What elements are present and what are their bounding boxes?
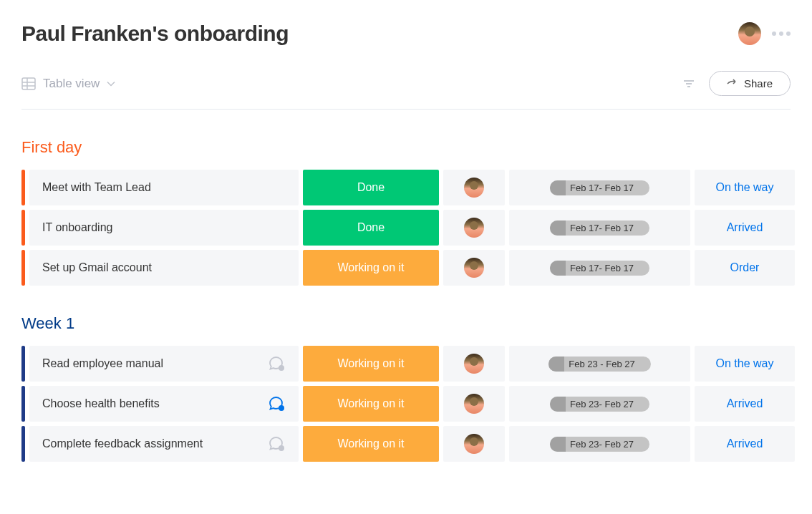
- table-icon: [21, 77, 36, 90]
- date-cell[interactable]: Feb 17- Feb 17: [509, 210, 690, 246]
- page-header: Paul Franken's onboarding: [21, 21, 791, 46]
- group-first-day: First day Meet with Team Lead Done Feb 1…: [21, 138, 791, 286]
- chevron-down-icon: [107, 81, 115, 87]
- task-name: Meet with Team Lead: [42, 181, 151, 194]
- date-pill: Feb 17- Feb 17: [550, 180, 649, 195]
- group-color-bar: [21, 250, 25, 286]
- person-cell[interactable]: [443, 210, 505, 246]
- group-title[interactable]: Week 1: [21, 314, 791, 333]
- table-row: Set up Gmail account Working on it Feb 1…: [21, 250, 791, 286]
- task-name: Choose health benefits: [42, 397, 160, 410]
- action-cell[interactable]: Arrived: [695, 386, 795, 422]
- action-label: Arrived: [727, 221, 763, 234]
- date-range: Feb 17- Feb 17: [570, 223, 634, 233]
- task-cell[interactable]: Meet with Team Lead: [29, 170, 299, 205]
- group-color-bar: [21, 210, 25, 246]
- status-cell[interactable]: Working on it: [303, 426, 439, 462]
- action-cell[interactable]: On the way: [695, 346, 795, 382]
- person-cell[interactable]: [443, 346, 505, 382]
- task-cell[interactable]: Read employee manual: [29, 346, 299, 382]
- action-label: Order: [730, 261, 760, 274]
- person-cell[interactable]: [443, 250, 505, 286]
- status-label: Done: [357, 181, 385, 194]
- date-pill: Feb 23- Feb 27: [550, 397, 649, 412]
- date-cell[interactable]: Feb 23- Feb 27: [509, 426, 690, 462]
- assignee-avatar[interactable]: [464, 434, 484, 454]
- person-cell[interactable]: [443, 386, 505, 422]
- status-cell[interactable]: Working on it: [303, 386, 439, 422]
- user-avatar[interactable]: [738, 22, 761, 45]
- date-cell[interactable]: Feb 17- Feb 17: [509, 170, 690, 205]
- chat-icon[interactable]: [267, 435, 286, 453]
- group-color-bar: [21, 426, 25, 462]
- task-cell[interactable]: Complete feedback assignment: [29, 426, 299, 462]
- header-actions: [738, 22, 791, 45]
- share-button[interactable]: Share: [709, 71, 791, 96]
- toolbar-right: Share: [683, 71, 791, 96]
- date-range: Feb 17- Feb 17: [570, 183, 634, 193]
- date-cell[interactable]: Feb 23- Feb 27: [509, 386, 690, 422]
- status-cell[interactable]: Done: [303, 170, 439, 205]
- action-label: Arrived: [727, 397, 763, 410]
- date-pill: Feb 23 - Feb 27: [548, 357, 651, 372]
- assignee-avatar[interactable]: [464, 218, 484, 238]
- date-range: Feb 17- Feb 17: [570, 263, 634, 273]
- table-row: IT onboarding Done Feb 17- Feb 17 Arrive…: [21, 210, 791, 246]
- group-week-1: Week 1 Read employee manual Working on i…: [21, 314, 791, 462]
- date-pill: Feb 17- Feb 17: [550, 261, 649, 276]
- status-label: Working on it: [337, 261, 404, 274]
- table-row: Meet with Team Lead Done Feb 17- Feb 17 …: [21, 170, 791, 205]
- status-label: Working on it: [337, 357, 404, 370]
- action-cell[interactable]: Arrived: [695, 426, 795, 462]
- action-label: On the way: [716, 181, 774, 194]
- page-title: Paul Franken's onboarding: [21, 21, 289, 46]
- date-pill: Feb 23- Feb 27: [550, 437, 649, 452]
- svg-point-9: [279, 445, 284, 451]
- view-selector[interactable]: Table view: [21, 77, 115, 91]
- svg-point-8: [279, 405, 284, 411]
- svg-rect-0: [22, 78, 35, 89]
- date-range: Feb 23- Feb 27: [570, 439, 634, 450]
- group-title[interactable]: First day: [21, 138, 791, 157]
- assignee-avatar[interactable]: [464, 258, 484, 278]
- action-cell[interactable]: Arrived: [695, 210, 795, 246]
- task-name: Read employee manual: [42, 357, 163, 370]
- assignee-avatar[interactable]: [464, 178, 484, 198]
- assignee-avatar[interactable]: [464, 354, 484, 374]
- group-color-bar: [21, 170, 25, 205]
- chat-icon[interactable]: [267, 394, 286, 413]
- task-cell[interactable]: Set up Gmail account: [29, 250, 299, 286]
- task-cell[interactable]: Choose health benefits: [29, 386, 299, 422]
- table-row: Choose health benefits Working on it Feb…: [21, 386, 791, 422]
- status-label: Working on it: [337, 397, 404, 410]
- table-row: Complete feedback assignment Working on …: [21, 426, 791, 462]
- status-cell[interactable]: Done: [303, 210, 439, 246]
- chat-icon[interactable]: [267, 354, 286, 373]
- action-cell[interactable]: On the way: [695, 170, 795, 205]
- person-cell[interactable]: [443, 170, 505, 205]
- share-label: Share: [744, 77, 773, 89]
- status-cell[interactable]: Working on it: [303, 346, 439, 382]
- table-row: Read employee manual Working on it Feb 2…: [21, 346, 791, 382]
- svg-point-7: [279, 365, 284, 371]
- date-range: Feb 23 - Feb 27: [569, 359, 635, 369]
- share-icon: [727, 79, 738, 89]
- task-name: Complete feedback assignment: [42, 437, 203, 450]
- task-cell[interactable]: IT onboarding: [29, 210, 299, 246]
- task-name: Set up Gmail account: [42, 261, 152, 274]
- status-label: Working on it: [337, 437, 404, 450]
- date-cell[interactable]: Feb 23 - Feb 27: [509, 346, 690, 382]
- date-pill: Feb 17- Feb 17: [550, 220, 649, 236]
- status-cell[interactable]: Working on it: [303, 250, 439, 286]
- date-range: Feb 23- Feb 27: [570, 399, 634, 409]
- more-options-button[interactable]: [772, 31, 791, 36]
- status-label: Done: [357, 221, 385, 234]
- person-cell[interactable]: [443, 426, 505, 462]
- task-name: IT onboarding: [42, 221, 112, 234]
- filter-icon[interactable]: [683, 79, 695, 88]
- assignee-avatar[interactable]: [464, 394, 484, 414]
- view-label: Table view: [43, 77, 100, 91]
- date-cell[interactable]: Feb 17- Feb 17: [509, 250, 690, 286]
- action-cell[interactable]: Order: [695, 250, 795, 286]
- group-color-bar: [21, 386, 25, 422]
